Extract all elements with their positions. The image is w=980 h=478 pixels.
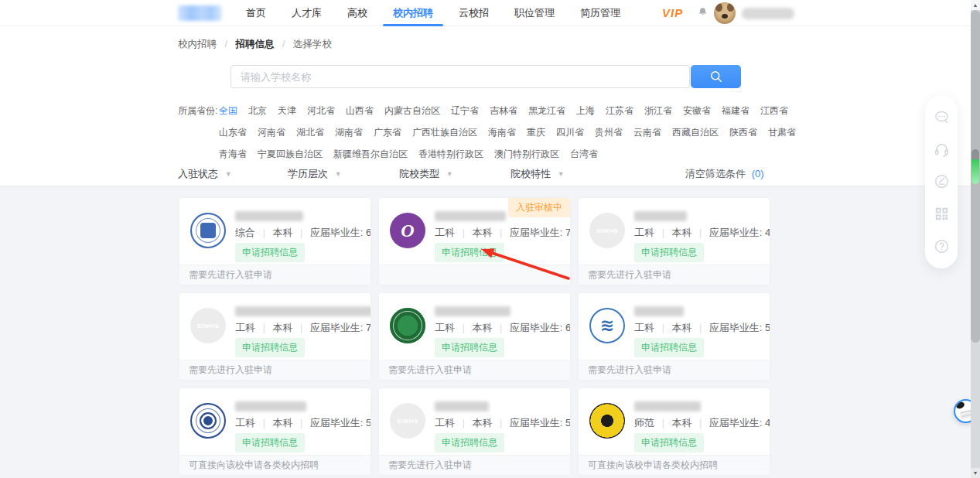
scrollbar-position-marker[interactable] (971, 149, 979, 184)
province-option[interactable]: 湖北省 (296, 126, 324, 139)
nav-item[interactable]: 校内招聘 (393, 0, 433, 26)
apply-recruitment-button[interactable]: 申请招聘信息 (235, 433, 305, 452)
school-info-line: 工科 | 本科 | 应届毕业生: 5420人 (235, 416, 370, 430)
school-card[interactable]: SIWHS 工科 | 本科 | 应届毕业生: 5465人 申请招聘信息 需要先进… (379, 388, 570, 475)
app-logo[interactable] (178, 5, 222, 21)
school-card[interactable]: O 工科 | 本科 | 应届毕业生: 7112人 申请招聘信息 入驻审核中 (379, 198, 570, 285)
province-option[interactable]: 吉林省 (490, 104, 517, 118)
province-option[interactable]: 山东省 (219, 126, 247, 139)
province-option[interactable]: 台湾省 (570, 148, 598, 161)
school-card[interactable]: 师范 | 本科 | 应届毕业生: 4695人 申请招聘信息 可直接向该校申请各类… (579, 388, 770, 475)
school-card[interactable]: ≋ 工科 | 本科 | 应届毕业生: 5474人 申请招聘信息 需要先进行入驻申… (579, 293, 770, 380)
province-option[interactable]: 重庆 (527, 126, 545, 139)
school-card[interactable]: 工科 | 本科 | 应届毕业生: 6150人 申请招聘信息 需要先进行入驻申请 (379, 293, 570, 380)
province-option[interactable]: 甘肃省 (768, 126, 796, 139)
school-card[interactable]: 综合 | 本科 | 应届毕业生: 6135人 申请招聘信息 需要先进行入驻申请 (179, 198, 370, 285)
breadcrumb-item[interactable]: 校内招聘 (178, 39, 217, 50)
nav-item[interactable]: 人才库 (292, 0, 322, 26)
nav-item[interactable]: 简历管理 (580, 0, 620, 26)
province-option[interactable]: 全国 (219, 104, 237, 118)
province-option[interactable]: 天津 (278, 104, 296, 118)
apply-recruitment-button[interactable]: 申请招聘信息 (435, 338, 504, 357)
chat-dots-icon[interactable] (934, 109, 950, 125)
magnifier-icon (709, 69, 724, 84)
info-separator: | (662, 323, 664, 333)
province-option[interactable]: 湖南省 (335, 126, 363, 139)
province-option[interactable]: 新疆维吾尔自治区 (333, 148, 408, 161)
province-option[interactable]: 宁夏回族自治区 (258, 148, 323, 161)
province-option[interactable]: 内蒙古自治区 (384, 104, 440, 118)
school-logo: O (390, 213, 425, 248)
info-separator: | (463, 323, 465, 333)
province-option[interactable]: 澳门特别行政区 (494, 148, 559, 161)
province-option[interactable]: 浙江省 (644, 104, 672, 118)
province-option[interactable]: 江西省 (760, 104, 788, 118)
qr-code-icon[interactable] (934, 206, 950, 222)
school-search-input[interactable] (230, 65, 690, 88)
apply-recruitment-button[interactable]: 申请招聘信息 (634, 338, 704, 357)
province-option[interactable]: 贵州省 (595, 126, 623, 139)
dropdown-school-type[interactable]: 院校类型 ▼ (399, 167, 453, 181)
vip-badge[interactable]: VIP (662, 6, 683, 19)
bell-icon[interactable] (696, 6, 709, 19)
nav-item[interactable]: 职位管理 (514, 0, 555, 26)
province-option[interactable]: 辽宁省 (451, 104, 479, 118)
apply-recruitment-button[interactable]: 申请招聘信息 (634, 243, 704, 262)
graduates-label: 应届毕业生: (709, 417, 763, 428)
user-name-redacted[interactable] (742, 8, 794, 19)
info-separator: | (699, 227, 702, 238)
province-option[interactable]: 河北省 (307, 104, 335, 118)
marker-green-bar (971, 159, 979, 184)
card-footer-note (379, 265, 570, 285)
school-logo-text: SIWHS (197, 323, 220, 329)
vertical-scrollbar[interactable]: ▲ ▼ (971, 0, 980, 478)
school-info-line: 工科 | 本科 | 应届毕业生: 5474人 (634, 321, 770, 335)
province-option[interactable]: 广东省 (374, 126, 401, 139)
province-option[interactable]: 海南省 (488, 126, 516, 139)
edit-circle-icon[interactable] (934, 173, 950, 189)
graduates-count: 749人 (366, 322, 370, 333)
school-card[interactable]: 工科 | 本科 | 应届毕业生: 5420人 申请招聘信息 可直接向该校申请各类… (179, 388, 370, 475)
province-option[interactable]: 云南省 (633, 126, 661, 139)
province-option[interactable]: 黑龙江省 (528, 104, 565, 118)
province-option[interactable]: 福建省 (722, 104, 750, 118)
province-option[interactable]: 安徽省 (683, 104, 711, 118)
question-circle-icon[interactable] (934, 238, 950, 254)
marker-gray-cap (971, 149, 979, 159)
card-footer-note: 需要先进行入驻申请 (179, 360, 370, 380)
nav-item[interactable]: 首页 (246, 0, 266, 26)
province-option[interactable]: 山西省 (346, 104, 374, 118)
nav-item[interactable]: 云校招 (459, 0, 489, 26)
headset-icon[interactable] (934, 142, 950, 158)
search-button[interactable] (691, 65, 741, 88)
apply-recruitment-button[interactable]: 申请招聘信息 (235, 338, 305, 357)
school-degree: 本科 (671, 322, 691, 333)
province-option[interactable]: 江苏省 (606, 104, 633, 118)
province-option[interactable]: 北京 (248, 104, 267, 118)
dropdown-entry-status[interactable]: 入驻状态 ▼ (178, 167, 232, 181)
province-option[interactable]: 青海省 (219, 148, 247, 161)
province-option[interactable]: 四川省 (556, 126, 584, 139)
scrollbar-down-arrow[interactable]: ▼ (971, 468, 980, 478)
dropdown-school-feature[interactable]: 院校特性 ▼ (510, 167, 565, 181)
school-card[interactable]: SIWHS 工科 | 本科 | 应届毕业生: 749人 申请招聘信息 需要先进行… (179, 293, 370, 380)
province-option[interactable]: 香港特别行政区 (418, 148, 483, 161)
dropdown-degree-level[interactable]: 学历层次 ▼ (288, 167, 342, 181)
apply-recruitment-button[interactable]: 申请招聘信息 (235, 243, 305, 262)
apply-recruitment-button[interactable]: 申请招聘信息 (435, 433, 504, 452)
province-option[interactable]: 广西壮族自治区 (412, 126, 477, 139)
apply-recruitment-button[interactable]: 申请招聘信息 (435, 243, 504, 262)
school-category: 工科 (235, 417, 255, 428)
nav-item[interactable]: 高校 (347, 0, 367, 26)
apply-recruitment-button[interactable]: 申请招聘信息 (634, 433, 704, 452)
school-card[interactable]: SIWHS 工科 | 本科 | 应届毕业生: 4612人 申请招聘信息 需要先进… (579, 198, 770, 285)
province-option[interactable]: 河南省 (258, 126, 285, 139)
clear-filters-button[interactable]: 清空筛选条件 (0) (685, 167, 764, 181)
nav-item-label: 高校 (347, 7, 367, 19)
scrollbar-up-arrow[interactable]: ▲ (971, 0, 980, 10)
province-option[interactable]: 陕西省 (729, 126, 757, 139)
province-option[interactable]: 上海 (576, 104, 595, 118)
user-avatar[interactable] (714, 2, 736, 24)
info-separator: | (300, 418, 302, 428)
province-option[interactable]: 西藏自治区 (672, 126, 719, 139)
